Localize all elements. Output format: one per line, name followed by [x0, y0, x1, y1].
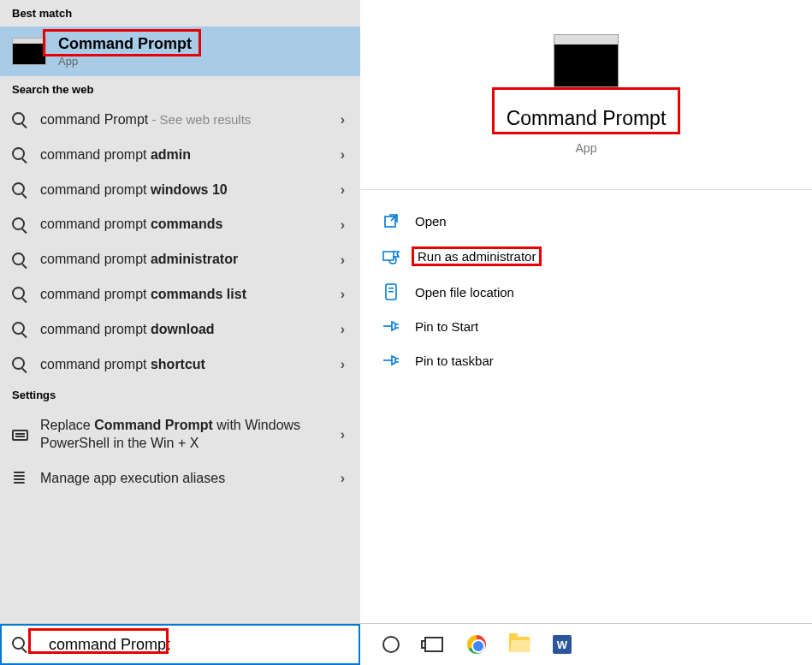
action-label: Pin to Start — [415, 319, 478, 334]
section-settings: Settings — [0, 382, 360, 408]
preview-subtitle: App — [576, 141, 597, 155]
chevron-right-icon: › — [341, 471, 345, 486]
chevron-right-icon: › — [341, 322, 345, 337]
search-icon — [12, 637, 27, 652]
chrome-icon[interactable] — [466, 634, 487, 655]
svg-rect-4 — [388, 291, 394, 293]
admin-icon — [382, 248, 400, 265]
chevron-right-icon: › — [341, 182, 345, 198]
action-label: Pin to taskbar — [415, 353, 494, 368]
section-best-match: Best match — [0, 0, 360, 27]
cortana-icon[interactable] — [381, 634, 401, 655]
file-explorer-icon[interactable] — [509, 634, 530, 655]
search-results-pane: Best match Command Prompt App Search the… — [0, 0, 360, 623]
list-icon — [12, 472, 27, 485]
web-result-text: command prompt administrator — [40, 251, 272, 269]
action-pin-taskbar[interactable]: Pin to taskbar — [382, 343, 812, 377]
section-search-web: Search the web — [0, 76, 360, 103]
action-open[interactable]: Open — [382, 204, 812, 238]
chevron-right-icon: › — [341, 217, 345, 233]
web-result-6[interactable]: command prompt download › — [0, 312, 360, 347]
action-admin[interactable]: Run as administrator — [382, 238, 812, 275]
preview-pane: Command Prompt App OpenRun as administra… — [360, 0, 812, 623]
action-location[interactable]: Open file location — [382, 275, 812, 309]
web-result-text: command prompt admin — [40, 146, 225, 164]
pin-taskbar-icon — [382, 352, 400, 369]
web-result-5[interactable]: command prompt commands list › — [0, 277, 360, 312]
search-icon — [12, 182, 27, 198]
chevron-right-icon: › — [341, 287, 345, 302]
web-result-text: command Prompt - See web results — [40, 111, 285, 129]
cmd-prompt-icon — [12, 38, 46, 65]
settings-item-label: Replace Command Prompt with Windows Powe… — [40, 417, 348, 453]
preview-cmd-icon — [554, 34, 619, 87]
taskbar: W — [360, 624, 812, 665]
settings-item-label: Manage app execution aliases — [40, 470, 259, 488]
web-result-3[interactable]: command prompt commands › — [0, 207, 360, 242]
preview-title: Command Prompt — [507, 107, 667, 130]
chevron-right-icon: › — [341, 427, 345, 442]
web-result-4[interactable]: command prompt administrator › — [0, 242, 360, 277]
best-match-command-prompt[interactable]: Command Prompt App — [0, 27, 360, 76]
web-result-text: command prompt windows 10 — [40, 181, 262, 199]
search-icon — [12, 217, 27, 233]
taskbar-area: W — [0, 623, 812, 665]
settings-replace-cmd[interactable]: Replace Command Prompt with Windows Powe… — [0, 408, 360, 461]
svg-rect-1 — [383, 252, 394, 260]
word-icon[interactable]: W — [552, 634, 572, 655]
search-box[interactable] — [0, 624, 360, 665]
action-label: Open file location — [415, 285, 514, 300]
svg-rect-3 — [388, 288, 394, 289]
web-result-2[interactable]: command prompt windows 10 › — [0, 173, 360, 208]
web-result-text: command prompt shortcut — [40, 356, 240, 374]
highlight-preview-title: Command Prompt — [492, 87, 681, 134]
web-result-text: command prompt commands — [40, 216, 257, 234]
web-result-text: command prompt download — [40, 321, 249, 339]
search-icon — [12, 357, 27, 372]
search-icon — [12, 287, 27, 302]
web-result-7[interactable]: command prompt shortcut › — [0, 347, 360, 383]
location-icon — [382, 283, 400, 300]
open-icon — [382, 212, 400, 229]
best-match-subtitle: App — [58, 55, 192, 68]
web-result-1[interactable]: command prompt admin › — [0, 138, 360, 173]
pin-start-icon — [382, 318, 400, 335]
highlight-run-as-admin: Run as administrator — [412, 246, 542, 266]
settings-manage-aliases[interactable]: Manage app execution aliases › — [0, 461, 360, 496]
chevron-right-icon: › — [341, 252, 345, 268]
search-icon — [12, 322, 27, 337]
search-icon — [12, 252, 27, 268]
chevron-right-icon: › — [341, 357, 345, 372]
action-pin-start[interactable]: Pin to Start — [382, 309, 812, 343]
chevron-right-icon: › — [341, 112, 345, 128]
window-icon — [12, 430, 28, 441]
web-result-0[interactable]: command Prompt - See web results › — [0, 103, 360, 138]
search-icon — [12, 147, 27, 163]
chevron-right-icon: › — [341, 147, 345, 163]
best-match-title: Command Prompt — [58, 35, 192, 53]
action-label: Run as administrator — [418, 249, 536, 264]
action-label: Open — [415, 214, 447, 229]
web-result-text: command prompt commands list — [40, 286, 281, 304]
task-view-icon[interactable] — [424, 634, 444, 655]
search-input[interactable] — [49, 636, 359, 654]
search-icon — [12, 112, 27, 128]
